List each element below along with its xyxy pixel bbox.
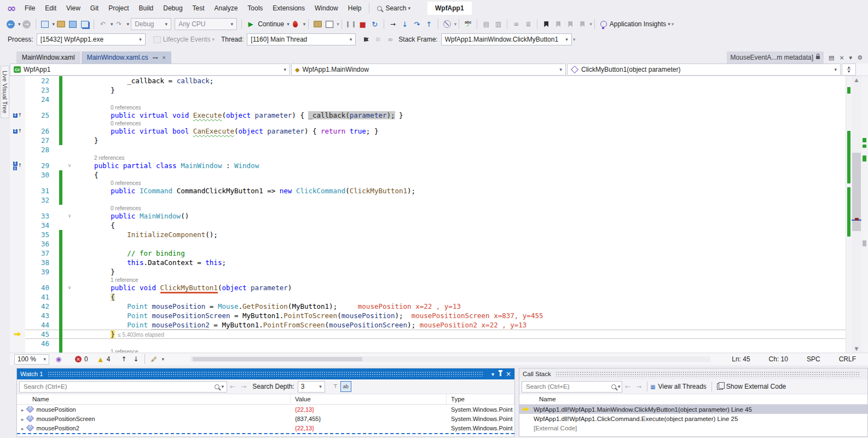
breakpoint-gutter[interactable] xyxy=(10,76,25,85)
code-text[interactable]: public ICommand CommandClickMyButton1 =>… xyxy=(73,186,868,195)
breakpoint-gutter[interactable] xyxy=(10,186,25,195)
code-line[interactable]: 43 Point mousePositionScreen = MyButton1… xyxy=(10,311,868,320)
decrease-indent-button[interactable]: ≡ xyxy=(510,18,522,30)
codelens-references[interactable]: 2 references xyxy=(78,155,125,161)
menu-extensions[interactable]: Extensions xyxy=(268,2,310,14)
code-text[interactable]: 2 references xyxy=(73,154,868,161)
code-text[interactable]: _callback = callback; xyxy=(73,76,868,85)
step-over-button[interactable]: ↷ xyxy=(411,18,423,30)
watch-search-input[interactable] xyxy=(22,383,215,390)
spell-check-button[interactable]: abc✓ xyxy=(462,18,474,30)
break-all-button[interactable] xyxy=(345,18,357,30)
search-back-icon[interactable]: ← xyxy=(230,383,235,390)
watch-value[interactable]: {22,13} xyxy=(291,406,447,413)
toggle-bookmark-button[interactable] xyxy=(540,18,552,30)
split-editor-handle[interactable]: ▴—▾ xyxy=(842,64,856,76)
flag-icon[interactable] xyxy=(360,33,372,45)
codelens-references[interactable]: 0 references xyxy=(78,105,141,111)
menu-help[interactable]: Help xyxy=(343,2,367,14)
pin-icon[interactable]: ⊶ xyxy=(153,55,158,61)
code-editor[interactable]: 22 _callback = callback;23 }240 referenc… xyxy=(10,76,868,353)
breakpoint-gutter[interactable] xyxy=(10,221,25,230)
implements-icon[interactable]: I↑ xyxy=(10,111,25,120)
menu-git[interactable]: Git xyxy=(85,2,103,14)
pin-to-source-icon[interactable]: ⊤ xyxy=(331,382,340,391)
search-back-icon[interactable]: ← xyxy=(625,383,630,390)
callstack-frame[interactable]: [External Code] xyxy=(519,423,867,433)
open-file-button[interactable] xyxy=(55,18,67,30)
code-text[interactable] xyxy=(73,95,868,104)
code-text[interactable]: } ≤ 5,403ms elapsed xyxy=(73,330,868,339)
show-external-code-button[interactable]: Show External Code xyxy=(726,383,786,390)
chevron-down-icon[interactable]: ▾ xyxy=(849,54,853,61)
menu-tools[interactable]: Tools xyxy=(242,2,268,14)
implements-icon[interactable]: I↑ xyxy=(10,126,25,136)
hot-reload-button[interactable] xyxy=(290,18,302,30)
live-visual-tree-tab[interactable]: Live Visual Tree xyxy=(1,66,9,118)
code-line[interactable]: 41 { xyxy=(10,292,868,302)
callstack-title-bar[interactable]: Call Stack xyxy=(519,368,867,379)
code-text[interactable]: 0 references xyxy=(73,205,868,211)
menu-window[interactable]: Window xyxy=(310,2,343,14)
codelens-references[interactable]: 0 references xyxy=(78,205,141,211)
expand-icon[interactable]: ▸ xyxy=(21,417,24,422)
code-line[interactable]: 24 xyxy=(10,95,868,104)
code-text[interactable] xyxy=(73,339,868,348)
watch-column-headers[interactable]: Name Value Type xyxy=(17,394,514,405)
warning-count[interactable]: 4 xyxy=(107,355,111,363)
code-line[interactable]: 42 Point mousePosition = Mouse.GetPositi… xyxy=(10,302,868,311)
disable-breakpoints-button[interactable] xyxy=(441,18,453,30)
code-text[interactable]: Point mousePosition = Mouse.GetPosition(… xyxy=(73,302,868,311)
navigate-back-button[interactable]: ← xyxy=(4,18,16,30)
code-text[interactable]: 1 reference xyxy=(73,276,868,283)
code-line[interactable]: 36 xyxy=(10,239,868,249)
breakpoint-gutter[interactable] xyxy=(10,311,25,320)
save-button[interactable] xyxy=(67,18,79,30)
code-text[interactable]: public virtual bool CanExecute(object pa… xyxy=(73,126,868,136)
watch-value[interactable]: {22,13} xyxy=(291,425,447,431)
callstack-search-box[interactable]: ▾ xyxy=(522,381,622,393)
browse-code-button[interactable] xyxy=(311,18,323,30)
breakpoint-gutter[interactable] xyxy=(10,292,25,302)
code-text[interactable]: // for binding xyxy=(73,249,868,258)
code-line[interactable]: 37 // for binding xyxy=(10,249,868,258)
member-dropdown[interactable]: ClickMyButton1(object parameter)▾ xyxy=(567,64,841,76)
codelens-references[interactable]: 0 references xyxy=(78,180,141,186)
menu-debug[interactable]: Debug xyxy=(158,2,187,14)
fold-collapse-icon[interactable]: ∨ xyxy=(66,211,73,221)
breakpoint-gutter[interactable] xyxy=(10,154,25,161)
new-file-button[interactable] xyxy=(39,18,51,30)
breakpoint-gutter[interactable] xyxy=(10,283,25,292)
step-out-button[interactable]: ↑ xyxy=(423,18,435,30)
code-line[interactable]: 38 this.DataContext = this; xyxy=(10,258,868,267)
code-line[interactable]: 45 } ≤ 5,403ms elapsed xyxy=(10,330,868,339)
breakpoint-gutter[interactable] xyxy=(10,136,25,145)
code-text[interactable]: 0 references xyxy=(73,120,868,126)
horizontal-scrollbar[interactable] xyxy=(190,356,710,362)
application-frame-button[interactable] xyxy=(323,18,335,30)
watch-row[interactable]: ▸mousePositionScreen{837,455}System.Wind… xyxy=(17,414,514,423)
callstack-search-input[interactable] xyxy=(525,383,611,390)
codelens-row[interactable]: 0 references xyxy=(10,104,868,111)
code-line[interactable]: 27 } xyxy=(10,136,868,145)
code-text[interactable]: Point mousePosition2 = MyButton1.PointFr… xyxy=(73,320,868,330)
code-text[interactable]: { xyxy=(73,221,868,230)
menu-edit[interactable]: Edit xyxy=(40,2,61,14)
breakpoint-gutter[interactable] xyxy=(10,339,25,348)
increase-indent-button[interactable]: ≣ xyxy=(522,18,534,30)
codelens-row[interactable]: 2 references xyxy=(10,154,868,161)
code-text[interactable]: Point mousePositionScreen = MyButton1.Po… xyxy=(73,311,868,320)
eol-indicator[interactable]: CRLF xyxy=(839,355,856,363)
search-forward-icon[interactable]: → xyxy=(241,383,246,390)
breakpoint-gutter[interactable] xyxy=(10,85,25,95)
error-count-icon[interactable]: × xyxy=(72,353,84,365)
code-line[interactable]: 46 xyxy=(10,339,868,348)
spaces-indicator[interactable]: SPC xyxy=(807,355,820,363)
expand-icon[interactable]: ▸ xyxy=(21,407,24,413)
implements-icon[interactable]: IO↑ xyxy=(10,161,25,170)
codelens-row[interactable]: 0 references xyxy=(10,180,868,186)
menu-view[interactable]: View xyxy=(61,2,85,14)
breakpoint-gutter[interactable] xyxy=(10,180,25,186)
fold-collapse-icon[interactable]: ∨ xyxy=(66,161,73,170)
close-icon[interactable]: × xyxy=(506,370,511,378)
